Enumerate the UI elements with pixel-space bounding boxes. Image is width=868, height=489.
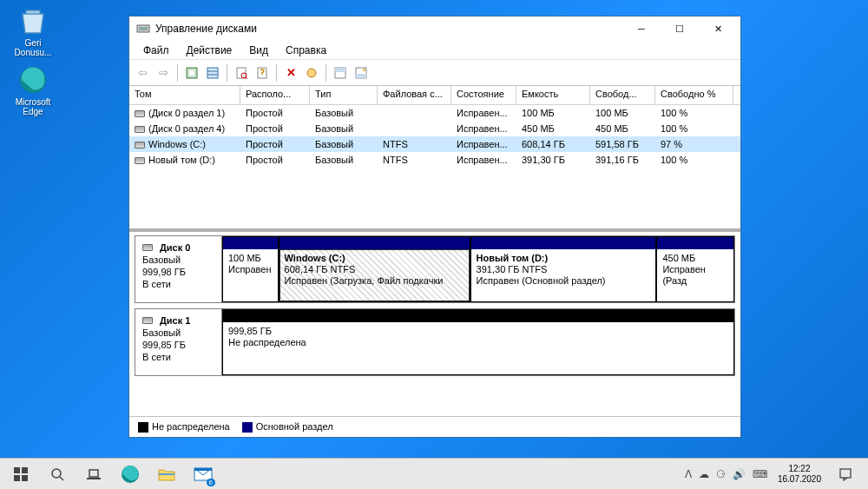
mail-badge: 6 <box>207 479 215 486</box>
col-capacity[interactable]: Емкость <box>516 86 590 104</box>
disk-info[interactable]: Диск 1Базовый999,85 ГБВ сети <box>135 309 222 375</box>
layout-bottom-button[interactable] <box>352 63 371 83</box>
recycle-bin-icon[interactable]: Geri Donusu... <box>7 5 59 57</box>
volume-list[interactable]: Том Располо... Тип Файловая с... Состоян… <box>129 86 740 232</box>
svg-line-11 <box>246 77 247 79</box>
legend: Не распределена Основной раздел <box>129 416 740 437</box>
col-filesystem[interactable]: Файловая с... <box>378 86 451 104</box>
menu-file[interactable]: Файл <box>135 43 178 58</box>
edge-label: Microsoft Edge <box>16 97 51 116</box>
svg-rect-25 <box>89 470 98 477</box>
tray-network-icon[interactable]: ⚆ <box>716 468 726 480</box>
tray-onedrive-icon[interactable]: ☁ <box>699 468 709 480</box>
help-toolbar-button[interactable] <box>253 63 272 83</box>
disk-management-window: Управление дисками ─ ☐ ✕ Файл Действие В… <box>128 16 741 438</box>
volume-row[interactable]: (Диск 0 раздел 1)ПростойБазовыйИсправен.… <box>129 105 740 121</box>
task-view-button[interactable] <box>76 459 111 490</box>
col-free[interactable]: Свобод... <box>590 86 655 104</box>
svg-rect-15 <box>335 68 345 72</box>
mail-button[interactable]: 6 <box>186 459 220 490</box>
titlebar[interactable]: Управление дисками ─ ☐ ✕ <box>129 17 740 41</box>
svg-rect-31 <box>840 469 851 478</box>
clock-time: 12:22 <box>778 464 821 474</box>
edge-browser-icon[interactable]: Microsoft Edge <box>7 64 59 116</box>
separator <box>177 64 178 82</box>
graphical-view[interactable]: Диск 0Базовый999,98 ГБВ сети100 МБИсправ… <box>129 232 740 416</box>
properties-button[interactable] <box>232 63 251 83</box>
svg-line-24 <box>60 477 63 480</box>
svg-rect-30 <box>194 468 212 471</box>
window-title: Управление дисками <box>155 23 622 35</box>
menu-help[interactable]: Справка <box>277 43 335 58</box>
search-button[interactable] <box>40 459 75 490</box>
svg-rect-17 <box>356 74 366 78</box>
action-center-button[interactable] <box>832 459 859 490</box>
svg-rect-3 <box>139 27 148 30</box>
list-view-button[interactable] <box>203 63 222 83</box>
toolbar: ⇦ ⇨ ✕ <box>129 60 740 86</box>
settings-button[interactable] <box>302 63 321 83</box>
volume-list-header: Том Располо... Тип Файловая с... Состоян… <box>129 86 740 105</box>
app-icon <box>136 22 150 36</box>
refresh-button[interactable] <box>182 63 201 83</box>
tray-language-icon[interactable]: ⌨ <box>753 468 767 480</box>
menu-view[interactable]: Вид <box>240 43 277 58</box>
edge-glyph <box>17 64 49 96</box>
svg-rect-19 <box>14 467 20 473</box>
svg-rect-6 <box>207 68 218 78</box>
svg-rect-26 <box>87 478 101 479</box>
maximize-button[interactable]: ☐ <box>661 17 699 41</box>
forward-button: ⇨ <box>154 63 173 83</box>
separator <box>227 64 227 82</box>
svg-rect-18 <box>363 69 365 71</box>
col-status[interactable]: Состояние <box>451 86 516 104</box>
svg-point-13 <box>307 69 316 77</box>
legend-unallocated: Не распределена <box>138 421 230 433</box>
col-type[interactable]: Тип <box>310 86 378 104</box>
svg-rect-5 <box>189 70 194 76</box>
col-free-pct[interactable]: Свободно % <box>655 86 733 104</box>
clock[interactable]: 12:22 16.07.2020 <box>773 464 826 485</box>
volume-row[interactable]: Windows (C:)ПростойБазовыйNTFSИсправен..… <box>129 136 740 152</box>
svg-rect-20 <box>22 467 28 473</box>
tray-volume-icon[interactable]: 🔊 <box>733 468 746 480</box>
taskbar: 6 ᐱ ☁ ⚆ 🔊 ⌨ 12:22 16.07.2020 <box>0 458 868 489</box>
disk-row: Диск 1Базовый999,85 ГБВ сети999,85 ГБНе … <box>135 308 735 376</box>
menubar: Файл Действие Вид Справка <box>129 41 740 60</box>
close-button[interactable]: ✕ <box>699 17 737 41</box>
edge-taskbar-button[interactable] <box>113 459 148 490</box>
legend-primary: Основной раздел <box>242 421 333 433</box>
minimize-button[interactable]: ─ <box>622 17 661 41</box>
disk-info[interactable]: Диск 0Базовый999,98 ГБВ сети <box>135 236 222 302</box>
layout-top-button[interactable] <box>331 63 350 83</box>
volume-row[interactable]: (Диск 0 раздел 4)ПростойБазовыйИсправен.… <box>129 121 740 136</box>
svg-point-23 <box>52 469 61 478</box>
svg-rect-28 <box>159 473 174 475</box>
delete-button[interactable]: ✕ <box>281 63 300 83</box>
partition[interactable]: 100 МБИсправен <box>222 236 279 302</box>
clock-date: 16.07.2020 <box>778 474 821 485</box>
separator <box>276 64 277 82</box>
back-button: ⇦ <box>133 63 152 83</box>
recycle-bin-label: Geri Donusu... <box>15 38 52 57</box>
tray-chevron-icon[interactable]: ᐱ <box>685 468 692 480</box>
svg-rect-22 <box>22 475 28 481</box>
partition[interactable]: Windows (C:)608,14 ГБ NTFSИсправен (Загр… <box>279 236 470 302</box>
start-button[interactable] <box>3 459 38 490</box>
col-volume[interactable]: Том <box>129 86 240 104</box>
partition[interactable]: 450 МБИсправен (Разд <box>656 236 734 302</box>
menu-action[interactable]: Действие <box>178 43 241 58</box>
separator <box>326 64 326 82</box>
recycle-bin-glyph <box>17 5 49 36</box>
disk-row: Диск 0Базовый999,98 ГБВ сети100 МБИсправ… <box>135 235 735 303</box>
svg-rect-0 <box>26 10 40 14</box>
svg-rect-21 <box>14 475 20 481</box>
volume-row[interactable]: Новый том (D:)ПростойБазовыйNTFSИсправен… <box>129 152 740 168</box>
file-explorer-button[interactable] <box>149 459 184 490</box>
partition[interactable]: 999,85 ГБНе распределена <box>222 309 734 375</box>
partition[interactable]: Новый том (D:)391,30 ГБ NTFSИсправен (Ос… <box>470 236 657 302</box>
col-layout[interactable]: Располо... <box>240 86 310 104</box>
